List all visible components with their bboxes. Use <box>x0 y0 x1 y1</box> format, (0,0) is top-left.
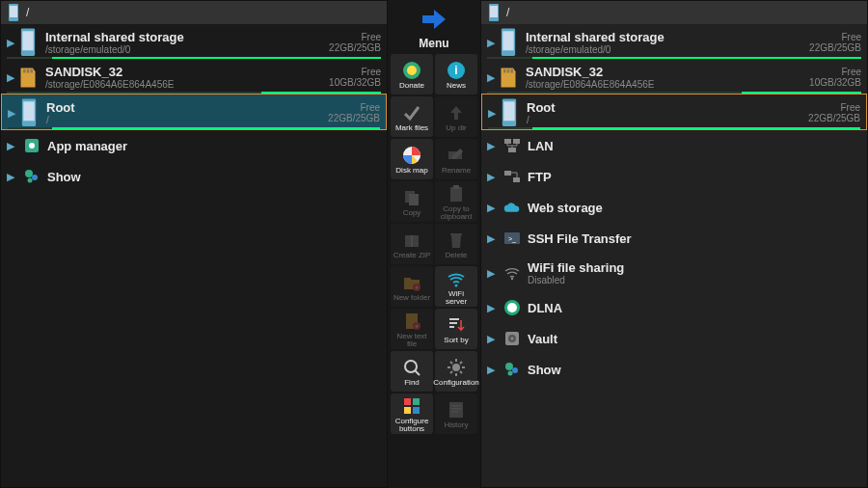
disk-icon <box>401 145 422 166</box>
svg-rect-3 <box>22 32 33 51</box>
row-label: App manager <box>47 139 381 153</box>
expand-icon[interactable]: ▶ <box>487 202 495 214</box>
row-label: Show <box>47 170 381 184</box>
row-left-0[interactable]: ▶ App manager <box>1 130 387 161</box>
storage-icon <box>499 30 518 55</box>
menu-mark[interactable]: Mark files <box>391 96 433 137</box>
storage-size: Free22GB/25GB <box>808 102 860 123</box>
svg-text:+: + <box>415 285 419 291</box>
right-panel: / ▶ Internal shared storage /storage/emu… <box>480 0 868 488</box>
row-right-7[interactable]: ▶ Show <box>481 354 867 385</box>
wifi-icon <box>446 268 467 289</box>
svg-rect-45 <box>451 411 458 413</box>
svg-rect-5 <box>27 68 30 72</box>
left-path-bar[interactable]: / <box>1 1 387 24</box>
menu-label: Sort by <box>444 337 468 344</box>
vault-icon <box>502 330 522 347</box>
menu-donate[interactable]: Donate <box>391 54 433 95</box>
row-label: FTP <box>528 170 861 184</box>
menu-label: Configuration <box>433 379 479 387</box>
row-right-6[interactable]: ▶ Vault <box>481 323 867 354</box>
ftp-icon <box>502 168 522 185</box>
svg-rect-47 <box>490 6 498 17</box>
expand-icon[interactable]: ▶ <box>487 333 495 345</box>
menu-find[interactable]: Find <box>391 351 433 392</box>
menu-label: Copy to clipboard <box>437 205 475 221</box>
expand-icon[interactable]: ▶ <box>487 267 495 280</box>
expand-icon[interactable]: ▶ <box>7 171 14 183</box>
svg-point-15 <box>407 66 417 75</box>
row-right-1[interactable]: ▶ FTP <box>481 161 867 192</box>
device-icon <box>7 3 20 22</box>
menu-label: New folder <box>393 294 430 302</box>
expand-icon[interactable]: ▶ <box>487 71 495 84</box>
row-right-3[interactable]: ▶ >_ SSH File Transfer <box>481 223 867 254</box>
svg-point-12 <box>32 175 38 180</box>
svg-point-11 <box>25 170 33 177</box>
row-left-1[interactable]: ▶ Show <box>1 161 387 192</box>
svg-rect-57 <box>508 148 516 152</box>
svg-point-69 <box>508 371 513 376</box>
usage-bar <box>8 127 380 129</box>
news-icon: i <box>446 60 467 81</box>
menu-news[interactable]: i News <box>435 54 477 95</box>
clip-icon <box>446 183 467 204</box>
expand-icon[interactable]: ▶ <box>7 37 14 49</box>
menu-newf: + New folder <box>391 266 433 307</box>
svg-rect-51 <box>507 68 510 72</box>
menu-sort[interactable]: Sort by <box>435 309 477 349</box>
menu-conf[interactable]: Configuration <box>435 351 477 392</box>
sort-icon <box>446 314 467 336</box>
menu-cbtn[interactable]: Configure buttons <box>391 393 433 434</box>
menu-label: Copy <box>403 209 421 217</box>
left-panel: / ▶ Internal shared storage /storage/emu… <box>0 0 388 488</box>
menu-label: New text file <box>393 333 431 348</box>
storage-row-left-1[interactable]: ▶ SANDISK_32 /storage/E0864A6E864A456E F… <box>1 59 387 94</box>
expand-icon[interactable]: ▶ <box>487 171 495 183</box>
storage-title: Root <box>46 100 328 115</box>
expand-icon[interactable]: ▶ <box>8 107 15 120</box>
right-path-text: / <box>506 6 509 19</box>
storage-title: Internal shared storage <box>526 30 809 44</box>
menu-up: Up dir <box>435 96 477 137</box>
copy-icon <box>401 187 422 208</box>
expand-icon[interactable]: ▶ <box>7 140 14 152</box>
row-right-0[interactable]: ▶ LAN <box>481 130 867 161</box>
svg-rect-40 <box>404 407 411 414</box>
storage-row-left-0[interactable]: ▶ Internal shared storage /storage/emula… <box>1 24 387 59</box>
menu-wifi[interactable]: WiFi server <box>435 266 477 307</box>
menu-disk[interactable]: Disk map <box>391 139 433 179</box>
storage-icon <box>19 100 39 125</box>
expand-icon[interactable]: ▶ <box>487 232 495 245</box>
svg-point-13 <box>28 178 33 183</box>
svg-rect-39 <box>413 398 420 405</box>
svg-rect-41 <box>413 407 420 414</box>
svg-point-37 <box>452 364 460 371</box>
storage-path: / <box>527 115 808 125</box>
storage-row-right-1[interactable]: ▶ SANDISK_32 /storage/E0864A6E864A456E F… <box>481 59 867 94</box>
storage-path: /storage/E0864A6E864A456E <box>45 79 329 90</box>
storage-size: Free22GB/25GB <box>809 32 861 53</box>
row-right-4[interactable]: ▶ WiFi file sharingDisabled <box>481 254 867 292</box>
storage-row-right-2[interactable]: ▶ Root / Free22GB/25GB <box>481 94 867 130</box>
usage-bar <box>488 127 860 129</box>
storage-row-right-0[interactable]: ▶ Internal shared storage /storage/emula… <box>481 24 867 59</box>
row-label: SSH File Transfer <box>528 231 861 246</box>
cbtn-icon <box>401 395 422 417</box>
storage-title: SANDISK_32 <box>526 65 809 79</box>
expand-icon[interactable]: ▶ <box>487 364 495 376</box>
right-path-bar[interactable]: / <box>481 1 867 24</box>
expand-icon[interactable]: ▶ <box>487 302 495 314</box>
expand-icon[interactable]: ▶ <box>487 37 495 49</box>
expand-icon[interactable]: ▶ <box>487 140 495 152</box>
storage-row-left-2[interactable]: ▶ Root / Free22GB/25GB <box>1 94 387 130</box>
expand-icon[interactable]: ▶ <box>7 71 14 84</box>
menu-label: Configure buttons <box>393 418 431 433</box>
row-right-5[interactable]: ▶ DLNA <box>481 292 867 323</box>
expand-icon[interactable]: ▶ <box>488 107 496 120</box>
conf-icon <box>446 357 467 378</box>
storage-icon <box>499 65 518 90</box>
direction-arrow-icon[interactable] <box>420 8 448 31</box>
svg-rect-4 <box>23 68 26 72</box>
row-right-2[interactable]: ▶ Web storage <box>481 192 867 223</box>
